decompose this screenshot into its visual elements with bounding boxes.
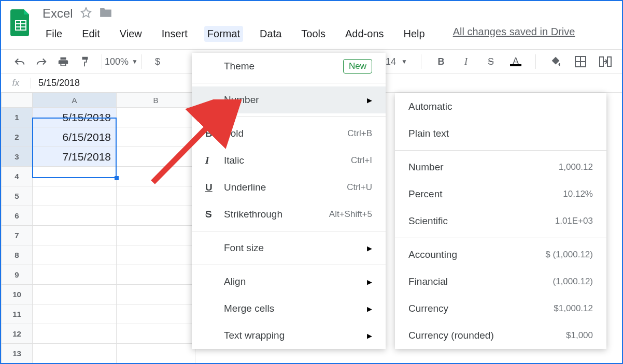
paint-format-button[interactable] — [79, 53, 91, 70]
menu-addons[interactable]: Add-ons — [342, 26, 387, 42]
row-header[interactable]: 5 — [2, 186, 33, 206]
cell[interactable] — [117, 108, 195, 127]
cell[interactable] — [117, 265, 195, 285]
menu-edit[interactable]: Edit — [79, 26, 103, 42]
cell[interactable] — [33, 245, 117, 265]
row-header[interactable]: 13 — [2, 344, 33, 363]
save-status[interactable]: All changes saved in Drive — [453, 26, 575, 42]
cell[interactable] — [117, 304, 195, 324]
menu-file[interactable]: File — [43, 26, 65, 42]
row-header[interactable]: 11 — [2, 304, 33, 324]
cell[interactable]: 7/15/2018 — [33, 147, 117, 167]
menu-help[interactable]: Help — [401, 26, 428, 42]
cell[interactable] — [117, 186, 195, 206]
spreadsheet-grid[interactable]: AB15/15/201826/15/201837/15/201845678910… — [1, 93, 195, 363]
row-header[interactable]: 8 — [2, 245, 33, 265]
number-format-option[interactable]: Percent 10.12% — [395, 181, 606, 208]
format-underline-item[interactable]: U Underline Ctrl+U — [192, 174, 386, 201]
number-format-option[interactable]: Currency (rounded) $1,000 — [395, 322, 606, 349]
cell[interactable] — [33, 324, 117, 344]
number-format-option[interactable]: Accounting $ (1,000.12) — [395, 241, 606, 268]
cell[interactable]: 6/15/2018 — [33, 127, 117, 147]
cell[interactable] — [33, 265, 117, 285]
fill-color-button[interactable] — [549, 53, 562, 70]
borders-button[interactable] — [574, 53, 587, 70]
strikethrough-button[interactable]: S — [485, 53, 497, 70]
row-header[interactable]: 2 — [2, 127, 33, 147]
format-bold-item[interactable]: B Bold Ctrl+B — [192, 120, 386, 147]
format-align-item[interactable]: Align ▶ — [192, 268, 386, 295]
menu-format[interactable]: Format — [204, 26, 243, 42]
cell[interactable] — [33, 167, 117, 186]
row-header[interactable]: 12 — [2, 324, 33, 344]
number-format-option[interactable]: Financial (1,000.12) — [395, 268, 606, 295]
cell[interactable] — [33, 186, 117, 206]
zoom-select[interactable]: 100% ▼ — [112, 53, 131, 70]
format-currency-button[interactable]: $ — [151, 53, 164, 70]
sheets-app-icon[interactable] — [10, 9, 31, 36]
menu-label: Strikethrough — [224, 209, 329, 220]
column-header[interactable]: B — [117, 93, 195, 108]
menu-view[interactable]: View — [117, 26, 145, 42]
cell[interactable] — [117, 344, 195, 363]
row-header[interactable]: 7 — [2, 226, 33, 245]
shortcut-label: Ctrl+U — [347, 182, 372, 193]
number-format-option[interactable]: Currency $1,000.12 — [395, 295, 606, 322]
option-example: $1,000 — [566, 330, 593, 341]
document-title[interactable]: Excel — [43, 6, 73, 21]
menubar: File Edit View Insert Format Data Tools … — [43, 26, 613, 42]
number-format-option[interactable]: Number 1,000.12 — [395, 154, 606, 181]
bold-icon: B — [205, 128, 224, 139]
cell[interactable] — [117, 226, 195, 245]
format-theme-item[interactable]: Theme New — [192, 53, 386, 80]
cell[interactable] — [33, 206, 117, 226]
cell[interactable] — [117, 324, 195, 344]
menu-label: Text wrapping — [224, 330, 367, 341]
format-merge-item[interactable]: Merge cells ▶ — [192, 295, 386, 322]
format-strike-item[interactable]: S Strikethrough Alt+Shift+5 — [192, 201, 386, 228]
cell[interactable] — [33, 344, 117, 363]
selection-fill-handle[interactable] — [115, 176, 119, 180]
row-header[interactable]: 6 — [2, 206, 33, 226]
redo-button[interactable] — [35, 53, 48, 70]
font-size-select[interactable]: 14 ▼ — [386, 53, 407, 70]
menu-data[interactable]: Data — [257, 26, 285, 42]
cell[interactable] — [33, 226, 117, 245]
shortcut-label: Alt+Shift+5 — [329, 209, 372, 220]
menu-insert[interactable]: Insert — [159, 26, 191, 42]
undo-button[interactable] — [13, 53, 26, 70]
number-format-option[interactable]: Scientific 1.01E+03 — [395, 208, 606, 235]
format-fontsize-item[interactable]: Font size ▶ — [192, 235, 386, 261]
number-format-option[interactable]: Automatic — [395, 93, 606, 120]
cell[interactable] — [33, 304, 117, 324]
star-icon[interactable] — [80, 7, 92, 20]
option-example: 1,000.12 — [559, 162, 593, 172]
format-italic-item[interactable]: I Italic Ctrl+I — [192, 147, 386, 174]
cell[interactable] — [117, 206, 195, 226]
print-button[interactable] — [57, 53, 69, 70]
cell[interactable] — [117, 167, 195, 186]
folder-icon[interactable] — [99, 7, 112, 20]
cell[interactable] — [117, 245, 195, 265]
text-color-button[interactable]: A — [509, 53, 522, 70]
italic-button[interactable]: I — [460, 53, 472, 70]
menu-tools[interactable]: Tools — [298, 26, 329, 42]
row-header[interactable]: 9 — [2, 265, 33, 285]
option-example: 10.12% — [563, 189, 593, 199]
format-number-item[interactable]: Number ▶ — [192, 86, 386, 113]
row-header[interactable]: 1 — [2, 108, 33, 127]
number-format-option[interactable]: Plain text — [395, 120, 606, 147]
row-header[interactable]: 10 — [2, 285, 33, 304]
toolbar-separator — [535, 54, 536, 69]
bold-button[interactable]: B — [435, 53, 447, 70]
column-header[interactable]: A — [33, 93, 117, 108]
cell[interactable] — [117, 285, 195, 304]
cell[interactable] — [117, 147, 195, 167]
cell[interactable] — [117, 127, 195, 147]
cell[interactable] — [33, 285, 117, 304]
format-wrap-item[interactable]: Text wrapping ▶ — [192, 322, 386, 349]
merge-cells-button[interactable] — [599, 53, 612, 70]
cell[interactable]: 5/15/2018 — [33, 108, 117, 127]
row-header[interactable]: 3 — [2, 147, 33, 167]
row-header[interactable]: 4 — [2, 167, 33, 186]
